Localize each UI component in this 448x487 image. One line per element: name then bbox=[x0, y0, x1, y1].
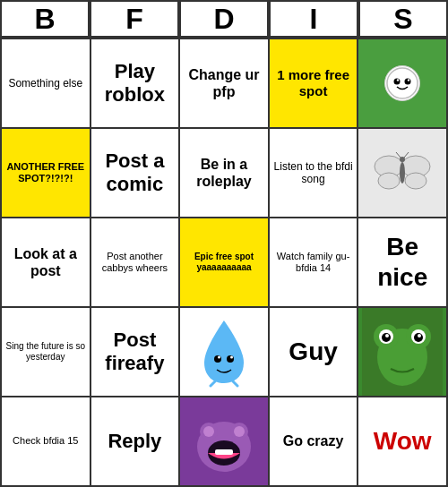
cell-r3c1: Look at a post bbox=[2, 218, 91, 308]
svg-point-1 bbox=[394, 79, 401, 85]
svg-point-3 bbox=[397, 79, 399, 81]
cell-r5c2: Reply bbox=[91, 397, 181, 487]
cell-r1c1: Something else bbox=[2, 39, 91, 129]
svg-point-27 bbox=[385, 334, 389, 337]
cell-r5c1: Check bfdia 15 bbox=[2, 397, 91, 487]
svg-point-14 bbox=[227, 355, 234, 363]
svg-point-34 bbox=[234, 426, 245, 437]
svg-point-8 bbox=[405, 173, 426, 189]
cell-r4c4: Guy bbox=[270, 308, 359, 397]
cell-r1c5 bbox=[358, 39, 448, 129]
bingo-grid: Something else Play roblox Change ur pfp… bbox=[0, 38, 448, 487]
cell-r4c5 bbox=[358, 308, 448, 397]
svg-point-33 bbox=[203, 426, 214, 437]
cell-r5c3 bbox=[180, 397, 270, 487]
butterflies-svg bbox=[371, 141, 434, 204]
cell-r4c2: Post fireafy bbox=[91, 308, 181, 397]
svg-point-4 bbox=[408, 79, 409, 81]
golf-ball-svg bbox=[385, 66, 419, 100]
mouth-svg bbox=[184, 397, 264, 485]
svg-line-11 bbox=[396, 152, 401, 158]
svg-point-16 bbox=[230, 356, 233, 359]
header-s: S bbox=[358, 0, 448, 36]
teardrop-image bbox=[180, 308, 268, 396]
cell-r5c5: Wow bbox=[358, 397, 448, 487]
svg-point-7 bbox=[378, 173, 400, 189]
cell-r1c3: Change ur pfp bbox=[180, 39, 270, 129]
header-d: D bbox=[179, 0, 269, 36]
butterflies-image bbox=[358, 129, 446, 217]
cell-r2c1: ANOTHER FREE SPOT?!?!?! bbox=[2, 129, 91, 218]
cell-r4c1: Sing the future is so yesterday bbox=[2, 308, 91, 397]
golfball-image bbox=[358, 39, 446, 127]
frog-image bbox=[358, 308, 446, 396]
svg-line-12 bbox=[404, 152, 409, 158]
cell-r2c5 bbox=[358, 129, 448, 218]
svg-rect-36 bbox=[215, 449, 233, 455]
cell-r3c2: Post another cabbys wheers bbox=[91, 218, 181, 308]
cell-r2c3: Be in a roleplay bbox=[180, 129, 270, 218]
cell-r2c2: Post a comic bbox=[91, 129, 181, 218]
cell-r5c4: Go crazy bbox=[270, 397, 359, 487]
cell-r3c3: Epic free spot yaaaaaaaaaa bbox=[180, 218, 270, 308]
svg-point-9 bbox=[400, 162, 405, 184]
bingo-card: B F D I S Something else Play roblox Cha… bbox=[0, 0, 448, 487]
svg-line-18 bbox=[233, 381, 237, 386]
teardrop-svg bbox=[197, 316, 251, 388]
golf-ball bbox=[384, 65, 420, 101]
header-i: I bbox=[269, 0, 358, 36]
svg-point-2 bbox=[405, 79, 411, 85]
frog-svg bbox=[362, 308, 443, 396]
cell-r2c4: Listen to the bfdi song bbox=[270, 129, 359, 218]
header-b: B bbox=[0, 0, 90, 36]
cell-r1c4: 1 more free spot bbox=[270, 39, 359, 129]
cell-r1c2: Play roblox bbox=[91, 39, 181, 129]
header-row: B F D I S bbox=[0, 0, 448, 38]
mouth-image bbox=[180, 397, 268, 485]
svg-point-15 bbox=[218, 356, 220, 359]
cell-r4c3 bbox=[180, 308, 270, 397]
cell-r3c5: Be nice bbox=[358, 218, 448, 308]
svg-line-17 bbox=[211, 381, 215, 386]
svg-point-28 bbox=[418, 334, 421, 337]
cell-r3c4: Watch family gu-bfdia 14 bbox=[270, 218, 359, 308]
svg-point-13 bbox=[214, 355, 221, 363]
header-f: F bbox=[90, 0, 179, 36]
svg-point-0 bbox=[387, 68, 418, 98]
